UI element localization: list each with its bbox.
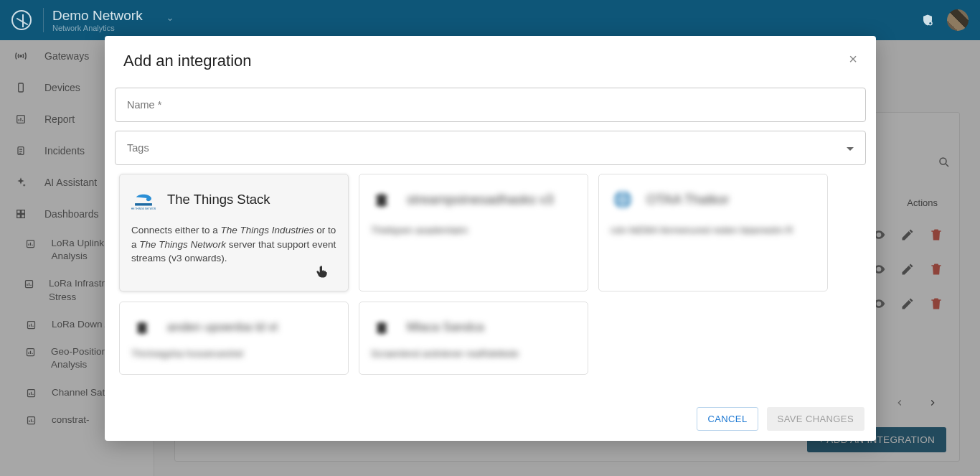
- integration-card-title: Mlaca Sandca: [407, 320, 484, 335]
- brand-title: Demo Network: [52, 8, 143, 24]
- user-avatar[interactable]: [947, 9, 969, 31]
- integration-card-blurred[interactable]: anden upoenba ld vt Thrrinegsha hvsoerue…: [119, 302, 349, 375]
- integration-card-title: streampoinesadhasks v3: [407, 192, 554, 207]
- svg-text:THE THINGS NETWORK: THE THINGS NETWORK: [131, 207, 156, 210]
- svg-rect-17: [135, 203, 152, 205]
- close-icon[interactable]: ×: [849, 52, 857, 66]
- puzzle-icon: [131, 315, 156, 340]
- integration-card-desc: Thrrinegsha hvsoerueshel: [131, 347, 336, 361]
- network-switcher-chevron[interactable]: [166, 14, 174, 27]
- save-changes-button[interactable]: SAVE CHANGES: [767, 407, 864, 431]
- integration-card-desc: Connects either to a The Things Industri…: [131, 223, 336, 266]
- app-logo: [11, 10, 32, 30]
- puzzle-icon: [371, 187, 395, 212]
- integration-card-desc: Theliqsen asademlaim: [371, 223, 576, 238]
- integration-card-title: OTAA Thatkor: [646, 192, 730, 207]
- app-header: Demo Network Network Analytics: [0, 0, 980, 40]
- modal-title: Add an integration: [123, 52, 252, 70]
- things-network-logo-icon: THE THINGS NETWORK: [131, 187, 156, 212]
- svg-point-1: [929, 22, 931, 24]
- brand-subtitle: Network Analytics: [52, 24, 143, 32]
- header-divider: [43, 8, 44, 32]
- puzzle-icon: [371, 315, 395, 340]
- integration-card-title: The Things Stack: [167, 192, 270, 207]
- integration-card-blurred[interactable]: streampoinesadhasks v3 Theliqsen asademl…: [359, 174, 588, 291]
- tags-field-label: Tags: [127, 142, 149, 154]
- integration-card-desc: roln feEMA fermenured reden fatamedm R: [611, 223, 816, 238]
- name-field-label: Name *: [127, 99, 161, 111]
- brand-block[interactable]: Demo Network Network Analytics: [52, 8, 143, 32]
- cursor-hand-icon: [315, 265, 329, 281]
- add-integration-modal: Add an integration × Name * Tags THE THI…: [105, 36, 876, 441]
- integration-card-desc: Scraenlend ardnlener reaRdellede: [371, 347, 576, 361]
- globe-icon: [611, 187, 635, 212]
- integration-card-blurred[interactable]: Mlaca Sandca Scraenlend ardnlener reaRde…: [359, 302, 588, 375]
- integration-card-blurred[interactable]: OTAA Thatkor roln feEMA fermenured reden…: [598, 174, 828, 291]
- integration-card-title: anden upoenba ld vt: [167, 320, 278, 335]
- integration-card-things-stack[interactable]: THE THINGS NETWORK The Things Stack Conn…: [119, 174, 349, 291]
- tags-field[interactable]: Tags: [115, 131, 866, 165]
- cancel-button[interactable]: CANCEL: [697, 407, 758, 431]
- name-field[interactable]: Name *: [115, 88, 866, 122]
- security-shield-icon[interactable]: [921, 13, 934, 27]
